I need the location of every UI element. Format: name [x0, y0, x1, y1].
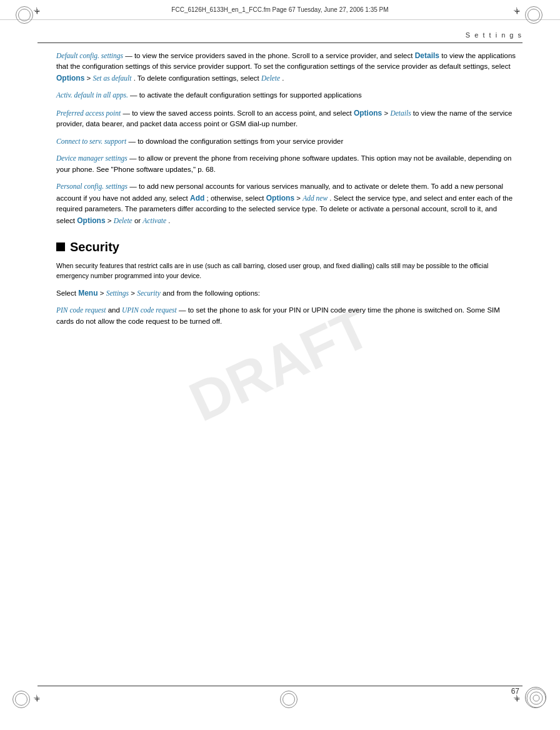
header-bar: FCC_6126H_6133H_en_1_FCC.fm Page 67 Tues… [0, 0, 560, 20]
bottom-right-circle [525, 687, 546, 708]
default-config-heading: Default config. settings [56, 52, 123, 59]
bottom-rule [38, 686, 522, 686]
personal-config-heading: Personal config. settings [56, 182, 128, 190]
top-left-crosshair: + [34, 6, 46, 18]
connect-serv-heading: Connect to serv. support [56, 138, 126, 145]
security-title: Security [70, 238, 119, 256]
bottom-center-circle [280, 691, 298, 708]
top-left-circle [16, 6, 33, 24]
svg-point-2 [533, 695, 539, 701]
preferred-access-heading: Preferred access point [56, 109, 121, 117]
security-small-print: When security features that restrict cal… [56, 261, 516, 281]
activ-default-paragraph: Activ. default in all apps. — to activat… [56, 90, 516, 101]
bottom-right-crosshair: + [514, 694, 526, 705]
activ-default-heading: Activ. default in all apps. [56, 91, 128, 99]
pin-code-heading: PIN code request [56, 306, 106, 314]
upin-code-heading: UPIN code request [122, 306, 177, 314]
device-manager-heading: Device manager settings [56, 154, 128, 162]
top-right-circle-outer [525, 6, 542, 24]
section-title: S e t t i n g s [466, 20, 522, 39]
section-square-icon [56, 242, 65, 251]
device-manager-paragraph: Device manager settings — to allow or pr… [56, 153, 516, 175]
security-menu-line: Select Menu > Settings > Security and fr… [56, 288, 516, 299]
bottom-left-crosshair: + [34, 694, 46, 705]
main-content: Default config. settings — to view the s… [56, 50, 516, 668]
security-heading: Security [56, 238, 516, 256]
default-config-paragraph: Default config. settings — to view the s… [56, 50, 516, 84]
header-rule [38, 42, 522, 43]
top-right-crosshair: + [514, 6, 526, 18]
pin-code-paragraph: PIN code request and UPIN code request —… [56, 305, 516, 327]
bottom-left-circle [12, 691, 30, 708]
file-info-text: FCC_6126H_6133H_en_1_FCC.fm Page 67 Tues… [171, 6, 388, 13]
personal-config-paragraph: Personal config. settings — to add new p… [56, 181, 516, 226]
connect-serv-paragraph: Connect to serv. support — to download t… [56, 136, 516, 147]
preferred-access-paragraph: Preferred access point — to view the sav… [56, 108, 516, 130]
svg-point-1 [530, 692, 542, 704]
